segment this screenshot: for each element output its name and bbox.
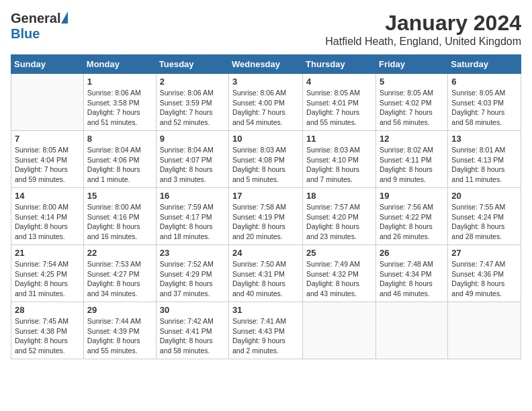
- calendar-cell: 9Sunrise: 8:04 AMSunset: 4:07 PMDaylight…: [156, 131, 228, 188]
- day-number: 23: [160, 248, 225, 258]
- day-info: Sunrise: 7:41 AMSunset: 4:43 PMDaylight:…: [232, 316, 299, 356]
- calendar-cell: 23Sunrise: 7:52 AMSunset: 4:29 PMDayligh…: [156, 245, 228, 302]
- header-monday: Monday: [83, 55, 156, 74]
- calendar-cell: [11, 74, 84, 131]
- calendar-cell: 15Sunrise: 8:00 AMSunset: 4:16 PMDayligh…: [83, 188, 156, 245]
- week-row-1: 7Sunrise: 8:05 AMSunset: 4:04 PMDaylight…: [11, 131, 521, 188]
- day-info: Sunrise: 7:50 AMSunset: 4:31 PMDaylight:…: [232, 259, 299, 299]
- header-saturday: Saturday: [448, 55, 521, 74]
- calendar-cell: 27Sunrise: 7:47 AMSunset: 4:36 PMDayligh…: [448, 245, 521, 302]
- calendar-cell: 28Sunrise: 7:45 AMSunset: 4:38 PMDayligh…: [11, 302, 84, 359]
- day-number: 11: [306, 134, 372, 144]
- day-info: Sunrise: 8:06 AMSunset: 3:59 PMDaylight:…: [160, 88, 225, 128]
- logo-general-text: General: [11, 11, 60, 26]
- day-number: 9: [160, 134, 225, 144]
- calendar-cell: 11Sunrise: 8:03 AMSunset: 4:10 PMDayligh…: [303, 131, 376, 188]
- calendar-cell: 21Sunrise: 7:54 AMSunset: 4:25 PMDayligh…: [11, 245, 84, 302]
- calendar-cell: 7Sunrise: 8:05 AMSunset: 4:04 PMDaylight…: [11, 131, 84, 188]
- calendar-cell: 13Sunrise: 8:01 AMSunset: 4:13 PMDayligh…: [448, 131, 521, 188]
- day-info: Sunrise: 7:58 AMSunset: 4:19 PMDaylight:…: [232, 202, 299, 242]
- day-info: Sunrise: 7:57 AMSunset: 4:20 PMDaylight:…: [306, 202, 372, 242]
- calendar-table: SundayMondayTuesdayWednesdayThursdayFrid…: [11, 54, 521, 359]
- day-info: Sunrise: 8:01 AMSunset: 4:13 PMDaylight:…: [451, 145, 517, 185]
- calendar-cell: [375, 302, 447, 359]
- calendar-cell: 10Sunrise: 8:03 AMSunset: 4:08 PMDayligh…: [229, 131, 303, 188]
- day-number: 4: [306, 77, 372, 87]
- day-info: Sunrise: 7:42 AMSunset: 4:41 PMDaylight:…: [160, 316, 225, 356]
- day-info: Sunrise: 8:04 AMSunset: 4:06 PMDaylight:…: [87, 145, 152, 185]
- day-number: 22: [87, 248, 152, 258]
- logo: General Blue: [11, 11, 68, 42]
- day-info: Sunrise: 8:06 AMSunset: 3:58 PMDaylight:…: [87, 88, 152, 128]
- day-number: 24: [232, 248, 299, 258]
- day-info: Sunrise: 7:47 AMSunset: 4:36 PMDaylight:…: [451, 259, 517, 299]
- day-info: Sunrise: 8:06 AMSunset: 4:00 PMDaylight:…: [232, 88, 299, 128]
- day-number: 1: [87, 77, 152, 87]
- day-number: 5: [380, 77, 444, 87]
- day-info: Sunrise: 7:55 AMSunset: 4:24 PMDaylight:…: [451, 202, 517, 242]
- calendar-cell: 25Sunrise: 7:49 AMSunset: 4:32 PMDayligh…: [303, 245, 376, 302]
- day-info: Sunrise: 8:05 AMSunset: 4:04 PMDaylight:…: [15, 145, 80, 185]
- calendar-cell: [303, 302, 376, 359]
- calendar-cell: 14Sunrise: 8:00 AMSunset: 4:14 PMDayligh…: [11, 188, 84, 245]
- calendar-cell: [448, 302, 521, 359]
- logo-triangle-icon: [61, 11, 68, 24]
- day-number: 7: [15, 134, 80, 144]
- page-header: General Blue January 2024 Hatfield Heath…: [11, 11, 521, 48]
- day-info: Sunrise: 7:45 AMSunset: 4:38 PMDaylight:…: [15, 316, 80, 356]
- calendar-cell: 26Sunrise: 7:48 AMSunset: 4:34 PMDayligh…: [375, 245, 447, 302]
- day-info: Sunrise: 8:04 AMSunset: 4:07 PMDaylight:…: [160, 145, 225, 185]
- day-number: 13: [451, 134, 517, 144]
- header-sunday: Sunday: [11, 55, 84, 74]
- day-info: Sunrise: 8:05 AMSunset: 4:01 PMDaylight:…: [306, 88, 372, 128]
- calendar-cell: 5Sunrise: 8:05 AMSunset: 4:02 PMDaylight…: [375, 74, 447, 131]
- day-info: Sunrise: 7:49 AMSunset: 4:32 PMDaylight:…: [306, 259, 372, 299]
- day-number: 26: [380, 248, 444, 258]
- day-number: 30: [160, 305, 225, 315]
- calendar-cell: 17Sunrise: 7:58 AMSunset: 4:19 PMDayligh…: [229, 188, 303, 245]
- day-info: Sunrise: 7:54 AMSunset: 4:25 PMDaylight:…: [15, 259, 80, 299]
- calendar-cell: 20Sunrise: 7:55 AMSunset: 4:24 PMDayligh…: [448, 188, 521, 245]
- day-info: Sunrise: 8:00 AMSunset: 4:16 PMDaylight:…: [87, 202, 152, 242]
- day-number: 17: [232, 191, 299, 201]
- day-number: 25: [306, 248, 372, 258]
- calendar-cell: 6Sunrise: 8:05 AMSunset: 4:03 PMDaylight…: [448, 74, 521, 131]
- day-info: Sunrise: 7:52 AMSunset: 4:29 PMDaylight:…: [160, 259, 225, 299]
- calendar-cell: 31Sunrise: 7:41 AMSunset: 4:43 PMDayligh…: [229, 302, 303, 359]
- day-number: 3: [232, 77, 299, 87]
- day-number: 28: [15, 305, 80, 315]
- calendar-cell: 2Sunrise: 8:06 AMSunset: 3:59 PMDaylight…: [156, 74, 228, 131]
- week-row-2: 14Sunrise: 8:00 AMSunset: 4:14 PMDayligh…: [11, 188, 521, 245]
- title-section: January 2024 Hatfield Heath, England, Un…: [325, 11, 521, 48]
- calendar-cell: 12Sunrise: 8:02 AMSunset: 4:11 PMDayligh…: [375, 131, 447, 188]
- header-wednesday: Wednesday: [229, 55, 303, 74]
- calendar-cell: 30Sunrise: 7:42 AMSunset: 4:41 PMDayligh…: [156, 302, 228, 359]
- week-row-0: 1Sunrise: 8:06 AMSunset: 3:58 PMDaylight…: [11, 74, 521, 131]
- day-info: Sunrise: 7:48 AMSunset: 4:34 PMDaylight:…: [380, 259, 444, 299]
- day-number: 10: [232, 134, 299, 144]
- day-info: Sunrise: 8:05 AMSunset: 4:03 PMDaylight:…: [451, 88, 517, 128]
- calendar-cell: 8Sunrise: 8:04 AMSunset: 4:06 PMDaylight…: [83, 131, 156, 188]
- calendar-cell: 1Sunrise: 8:06 AMSunset: 3:58 PMDaylight…: [83, 74, 156, 131]
- day-info: Sunrise: 7:56 AMSunset: 4:22 PMDaylight:…: [380, 202, 444, 242]
- calendar-cell: 29Sunrise: 7:44 AMSunset: 4:39 PMDayligh…: [83, 302, 156, 359]
- day-info: Sunrise: 8:02 AMSunset: 4:11 PMDaylight:…: [380, 145, 444, 185]
- day-number: 14: [15, 191, 80, 201]
- header-tuesday: Tuesday: [156, 55, 228, 74]
- day-info: Sunrise: 7:59 AMSunset: 4:17 PMDaylight:…: [160, 202, 225, 242]
- calendar-cell: 24Sunrise: 7:50 AMSunset: 4:31 PMDayligh…: [229, 245, 303, 302]
- day-info: Sunrise: 8:03 AMSunset: 4:10 PMDaylight:…: [306, 145, 372, 185]
- header-friday: Friday: [375, 55, 447, 74]
- week-row-4: 28Sunrise: 7:45 AMSunset: 4:38 PMDayligh…: [11, 302, 521, 359]
- day-number: 18: [306, 191, 372, 201]
- month-title: January 2024: [325, 11, 521, 36]
- calendar-cell: 18Sunrise: 7:57 AMSunset: 4:20 PMDayligh…: [303, 188, 376, 245]
- day-number: 12: [380, 134, 444, 144]
- day-number: 29: [87, 305, 152, 315]
- calendar-cell: 3Sunrise: 8:06 AMSunset: 4:00 PMDaylight…: [229, 74, 303, 131]
- day-number: 27: [451, 248, 517, 258]
- calendar-cell: 16Sunrise: 7:59 AMSunset: 4:17 PMDayligh…: [156, 188, 228, 245]
- week-row-3: 21Sunrise: 7:54 AMSunset: 4:25 PMDayligh…: [11, 245, 521, 302]
- header-thursday: Thursday: [303, 55, 376, 74]
- day-info: Sunrise: 8:05 AMSunset: 4:02 PMDaylight:…: [380, 88, 444, 128]
